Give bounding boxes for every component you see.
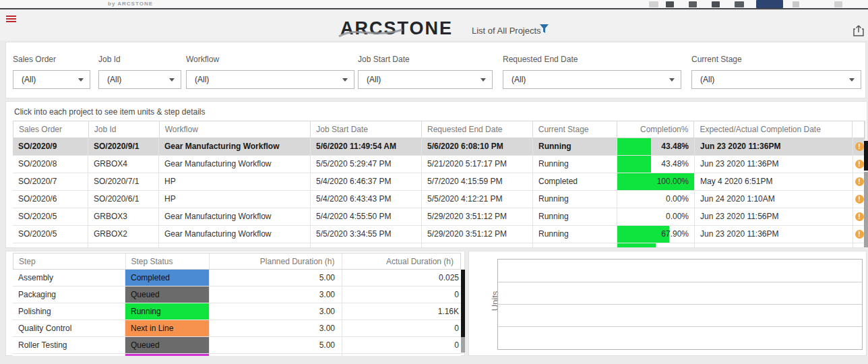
- column-header[interactable]: Workflow: [160, 121, 311, 138]
- export-icon[interactable]: [853, 24, 864, 36]
- column-header[interactable]: Step: [13, 253, 126, 269]
- completion-label: 43.48%: [661, 142, 689, 151]
- warning-icon[interactable]: !: [855, 230, 864, 239]
- scrollbar-thumb[interactable]: [461, 270, 465, 337]
- toolbar-icon[interactable]: [689, 1, 697, 7]
- toolbar-icon[interactable]: [834, 1, 842, 7]
- toolbar-active-tab[interactable]: [756, 0, 783, 8]
- step-cell: Quality Control: [13, 320, 125, 336]
- projects-table-header: Sales Order Job Id Workflow Job Start Da…: [13, 121, 865, 138]
- vertical-scrollbar[interactable]: [864, 140, 868, 249]
- partial-cell: [422, 243, 533, 247]
- current-stage-cell: Running: [533, 191, 617, 208]
- toolbar-icon[interactable]: [793, 1, 799, 7]
- steps-table-header: Step Step Status Planned Duration (h) Ac…: [13, 253, 461, 270]
- toolbar-icon[interactable]: [649, 1, 658, 7]
- column-header[interactable]: Expected/Actual Completion Date: [694, 121, 852, 138]
- workflow-cell: Gear Manufacturing Workflow: [159, 156, 311, 173]
- warning-icon[interactable]: !: [855, 160, 864, 169]
- expected-completion-cell: May 4 2020 6:51PM: [695, 173, 853, 190]
- completion-cell: 43.48%: [617, 138, 695, 155]
- column-header[interactable]: Sales Order: [13, 121, 89, 138]
- sales-order-cell: SO/2020/8: [13, 156, 88, 173]
- job-id-dropdown[interactable]: (All): [98, 70, 181, 89]
- filter-label: Job Start Date: [358, 55, 493, 64]
- status-badge: Queued: [125, 286, 209, 303]
- table-row-partial[interactable]: [13, 354, 461, 356]
- expected-completion-cell: Jun 23 2020 11:56PM: [695, 208, 853, 225]
- sales-order-cell: SO/2020/5: [13, 208, 88, 225]
- requested-end-cell: 5/7/2020 4:15:59 PM: [422, 173, 533, 190]
- expected-completion-cell: Jun 23 2020 11:36PM: [695, 226, 853, 243]
- step-row[interactable]: PolishingRunning3.001.16K: [13, 303, 461, 320]
- step-row[interactable]: Quality ControlNext in Line3.000: [13, 320, 461, 337]
- partial-cell: [13, 243, 88, 247]
- gridline: [498, 326, 862, 327]
- table-row-partial[interactable]: [13, 243, 865, 247]
- step-row[interactable]: AssemblyCompleted5.000.025: [13, 270, 461, 286]
- warning-icon[interactable]: !: [855, 212, 864, 221]
- filter-job-start-date: Job Start Date (All): [358, 55, 493, 89]
- job-start-cell: 5/5/2020 3:34:55 PM: [311, 226, 422, 243]
- expected-completion-cell: Jun 24 2020 1:10AM: [695, 191, 853, 208]
- filter-workflow: Workflow (All): [186, 55, 354, 89]
- column-header[interactable]: Job Start Date: [311, 121, 422, 138]
- gridline: [498, 304, 862, 305]
- sales-order-dropdown[interactable]: (All): [13, 70, 90, 89]
- vertical-scrollbar[interactable]: [461, 270, 465, 354]
- project-row[interactable]: SO/2020/5GRBOX3Gear Manufacturing Workfl…: [13, 208, 865, 226]
- current-stage-dropdown[interactable]: (All): [691, 70, 861, 89]
- scrollbar-track[interactable]: [864, 172, 868, 247]
- column-header[interactable]: Step Status: [126, 253, 210, 269]
- step-status-cell: Next in Line: [125, 320, 210, 336]
- workflow-dropdown[interactable]: (All): [186, 70, 354, 89]
- filter-requested-end-date: Requested End Date (All): [503, 55, 681, 89]
- filter-funnel-icon[interactable]: [540, 24, 549, 34]
- current-stage-cell: Running: [533, 208, 617, 225]
- browser-top-strip: by ARCSTONE: [0, 0, 868, 8]
- project-row[interactable]: SO/2020/7SO/2020/7/1HP5/4/2020 6:46:37 P…: [13, 173, 865, 191]
- current-stage-cell: Running: [533, 156, 617, 173]
- toolbar-icon[interactable]: [666, 1, 674, 7]
- project-row[interactable]: SO/2020/9SO/2020/9/1Gear Manufacturing W…: [13, 138, 865, 156]
- job-start-date-dropdown[interactable]: (All): [358, 70, 493, 89]
- step-row[interactable]: Roller TestingQueued5.000: [13, 337, 461, 354]
- scrollbar-thumb[interactable]: [864, 141, 868, 171]
- completion-cell: 43.48%: [617, 156, 695, 173]
- completion-bar: [617, 156, 651, 173]
- column-header[interactable]: Requested End Date: [422, 121, 533, 138]
- filter-label: Workflow: [186, 55, 354, 64]
- instruction-text: Click into each project to see item unit…: [14, 107, 205, 117]
- project-row[interactable]: SO/2020/5GRBOX2Gear Manufacturing Workfl…: [13, 226, 865, 243]
- warning-icon[interactable]: !: [855, 177, 864, 186]
- requested-end-date-dropdown[interactable]: (All): [503, 70, 681, 89]
- column-header[interactable]: Actual Duration (h): [342, 253, 460, 269]
- step-row[interactable]: PackagingQueued3.000: [13, 286, 461, 303]
- scrollbar-track[interactable]: [461, 337, 465, 353]
- project-row[interactable]: SO/2020/8GRBOX4Gear Manufacturing Workfl…: [13, 156, 865, 173]
- filter-label: Requested End Date: [503, 55, 681, 64]
- actual-duration-cell: 1.16K: [342, 303, 461, 320]
- workflow-cell: HP: [159, 191, 311, 208]
- column-header-spacer: [852, 121, 865, 138]
- hamburger-menu-icon[interactable]: [6, 16, 16, 24]
- chevron-down-icon: [78, 78, 84, 82]
- requested-end-cell: 5/21/2020 5:17:17 PM: [422, 156, 533, 173]
- app-header: ARCSTONE List of All Projects: [0, 9, 868, 40]
- completion-label: 0.00%: [666, 212, 689, 221]
- toolbar-icon[interactable]: [735, 1, 744, 7]
- partial-cell: [88, 243, 159, 247]
- column-header[interactable]: Job Id: [89, 121, 160, 138]
- filter-label: Sales Order: [13, 55, 90, 64]
- column-header[interactable]: Planned Duration (h): [210, 253, 342, 269]
- planned-duration-cell: 5.00: [210, 270, 342, 286]
- partial-cell: [311, 243, 422, 247]
- warning-icon[interactable]: !: [855, 195, 864, 204]
- toolbar-icon[interactable]: [712, 1, 720, 7]
- project-row[interactable]: SO/2020/6SO/2020/6/1HP5/4/2020 6:43:43 P…: [13, 191, 865, 208]
- column-header[interactable]: Completion%: [617, 121, 695, 138]
- completion-label: 100.00%: [657, 177, 689, 186]
- column-header[interactable]: Current Stage: [533, 121, 617, 138]
- warning-icon[interactable]: !: [855, 142, 864, 151]
- partial-cell: [695, 243, 853, 247]
